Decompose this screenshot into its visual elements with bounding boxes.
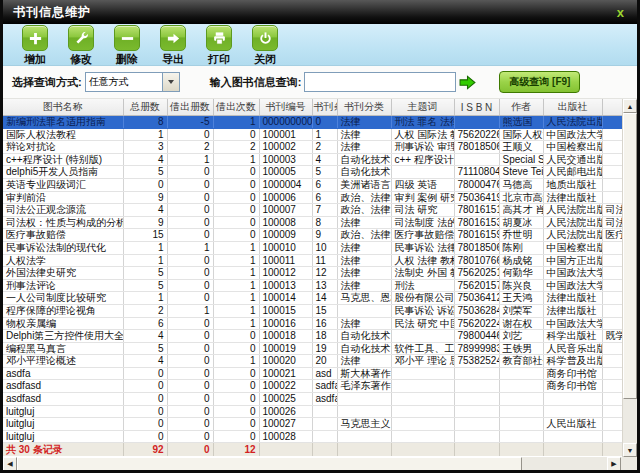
cell[interactable]: 毛泽东著作 xyxy=(337,380,391,393)
cell[interactable]: 谢在权 xyxy=(499,317,543,330)
table-row[interactable]: Delphi第三方控件使用大全40010001818自动化技术、79800446… xyxy=(3,330,622,343)
cell[interactable]: 100009 xyxy=(259,229,312,242)
cell[interactable] xyxy=(499,405,543,418)
cell[interactable]: 0 xyxy=(167,279,213,292)
scroll-down-icon[interactable]: ▼ xyxy=(623,443,637,457)
cell[interactable]: 民事诉讼 法律 xyxy=(391,241,454,254)
cell[interactable]: 100006 xyxy=(259,191,312,204)
cell[interactable]: 司法 xyxy=(602,204,622,217)
cell[interactable]: 四级 英语 xyxy=(391,178,454,191)
cell[interactable]: 司法制度 法的适 xyxy=(391,216,454,229)
cell[interactable]: 科学出版社 xyxy=(543,330,602,343)
table-row[interactable]: luitgluj000100027马克思主义、人民出版社 xyxy=(3,418,622,431)
cell[interactable]: 软件工具、工具 xyxy=(391,342,454,355)
cell[interactable]: 邓小平理论概述 xyxy=(3,355,123,368)
table-row[interactable]: 邓小平理论概述40110002020法律邓小平 理论 思7538252479教育… xyxy=(3,355,622,368)
cell[interactable]: 0 xyxy=(213,191,259,204)
column-header[interactable] xyxy=(602,99,622,116)
cell[interactable]: 7562025118 xyxy=(454,267,499,280)
cell[interactable]: 自动化技术、 xyxy=(337,330,391,343)
cell[interactable]: 法律 xyxy=(337,128,391,141)
cell[interactable]: Delphi第三方控件使用大全 xyxy=(3,330,123,343)
cell[interactable]: 马克思主义、 xyxy=(337,418,391,431)
table-row[interactable]: 人权法学10110001111法律人权 法律 教材7801076613杨成铭中国… xyxy=(3,254,622,267)
cell[interactable] xyxy=(602,304,622,317)
cell[interactable]: 司法权：性质与构成的分析 xyxy=(3,216,123,229)
cell[interactable]: 人民出版社 xyxy=(543,418,602,431)
cell[interactable]: 1 xyxy=(213,116,259,129)
cell[interactable]: 780185067X xyxy=(454,141,499,154)
cell[interactable]: 刘艺 xyxy=(499,330,543,343)
cell[interactable]: 1 xyxy=(123,254,167,267)
table-row[interactable]: asdfasd000100025asdfasd xyxy=(3,393,622,406)
cell[interactable]: 11 xyxy=(312,254,337,267)
cell[interactable]: 中国政法大学 xyxy=(543,317,602,330)
cell[interactable]: 一人公司制度比较研究 xyxy=(3,292,123,305)
cell[interactable]: 0 xyxy=(123,418,167,431)
cell[interactable]: 自动化技术、 xyxy=(337,166,391,179)
cell[interactable]: 15 xyxy=(123,229,167,242)
cell[interactable]: 既学 xyxy=(602,330,622,343)
cell[interactable] xyxy=(602,241,622,254)
cell[interactable]: luitgluj xyxy=(3,430,123,443)
cell[interactable]: 8 xyxy=(123,116,167,129)
table-row[interactable]: 程序保障的理论视角21110001515民事诉讼 诉讼程7503628480刘荣… xyxy=(3,304,622,317)
cell[interactable]: 民法 研究 中国 xyxy=(391,317,454,330)
cell[interactable] xyxy=(337,405,391,418)
column-header[interactable]: 书刊编号 xyxy=(259,99,312,116)
advanced-query-button[interactable]: 高级查询 [F9] xyxy=(499,71,580,93)
cell[interactable]: 刑法 xyxy=(391,279,454,292)
cell[interactable]: asd xyxy=(312,367,337,380)
cell[interactable]: 100020 xyxy=(259,355,312,368)
cell[interactable]: 100010 xyxy=(259,241,312,254)
cell[interactable]: 2 xyxy=(312,141,337,154)
cell[interactable] xyxy=(499,380,543,393)
cell[interactable]: 5 xyxy=(123,279,167,292)
cell[interactable]: 4 xyxy=(312,153,337,166)
cell[interactable]: 0 xyxy=(167,204,213,217)
cell[interactable]: 100018 xyxy=(259,330,312,343)
cell[interactable]: 100016 xyxy=(259,317,312,330)
cell[interactable]: 0 xyxy=(167,342,213,355)
cell[interactable]: 法律出版社 xyxy=(543,191,602,204)
cell[interactable] xyxy=(499,430,543,443)
cell[interactable] xyxy=(454,418,499,431)
cell[interactable]: 19 xyxy=(312,342,337,355)
cell[interactable]: 地质出版社 xyxy=(543,178,602,191)
toolbar-button-minus[interactable]: 删除 xyxy=(104,25,150,67)
cell[interactable]: 教育部社会科 xyxy=(499,355,543,368)
cell[interactable]: 中国政法大学 xyxy=(543,267,602,280)
cell[interactable] xyxy=(337,304,391,317)
cell[interactable]: 胡夏冰 xyxy=(499,216,543,229)
cell[interactable] xyxy=(454,405,499,418)
column-header[interactable]: 图书名称 xyxy=(3,99,123,116)
column-header[interactable]: 主题词 xyxy=(391,99,454,116)
cell[interactable]: 中国检察出版社 xyxy=(543,141,602,154)
cell[interactable]: 科学普及出版社 xyxy=(543,355,602,368)
cell[interactable]: 18 xyxy=(312,330,337,343)
cell[interactable] xyxy=(602,292,622,305)
table-row[interactable]: 外国法律史研究50110001212法律法制史 外国 教7562025118何勤… xyxy=(3,267,622,280)
cell[interactable]: 中国检察出版社 xyxy=(543,241,602,254)
cell[interactable]: 7503641975 xyxy=(454,191,499,204)
cell[interactable]: 英语专业四级词汇 xyxy=(3,178,123,191)
cell[interactable]: 0 xyxy=(167,166,213,179)
cell[interactable]: 王铁男 xyxy=(499,342,543,355)
search-input[interactable] xyxy=(304,72,456,92)
cell[interactable]: 15 xyxy=(312,304,337,317)
cell[interactable]: 法制史 外国 教 xyxy=(391,267,454,280)
cell[interactable]: 司法 研究 xyxy=(391,204,454,217)
cell[interactable]: 14 xyxy=(312,292,337,305)
cell[interactable]: 0 xyxy=(167,355,213,368)
horizontal-scroll-track[interactable] xyxy=(522,457,607,471)
cell[interactable]: 0 xyxy=(213,405,259,418)
cell[interactable]: 7801615360 xyxy=(454,216,499,229)
cell[interactable]: c++程序设计 (特别版) xyxy=(3,153,123,166)
cell[interactable]: 编程黑马真言 xyxy=(3,342,123,355)
cell[interactable]: 1 xyxy=(213,355,259,368)
cell[interactable]: 0 xyxy=(213,330,259,343)
cell[interactable]: 100014 xyxy=(259,292,312,305)
table-row[interactable]: 司法公正观念源流4001000077政治、法律司法 研究7801615115高其… xyxy=(3,204,622,217)
cell[interactable]: 0 xyxy=(167,216,213,229)
cell[interactable]: 司法 xyxy=(602,216,622,229)
